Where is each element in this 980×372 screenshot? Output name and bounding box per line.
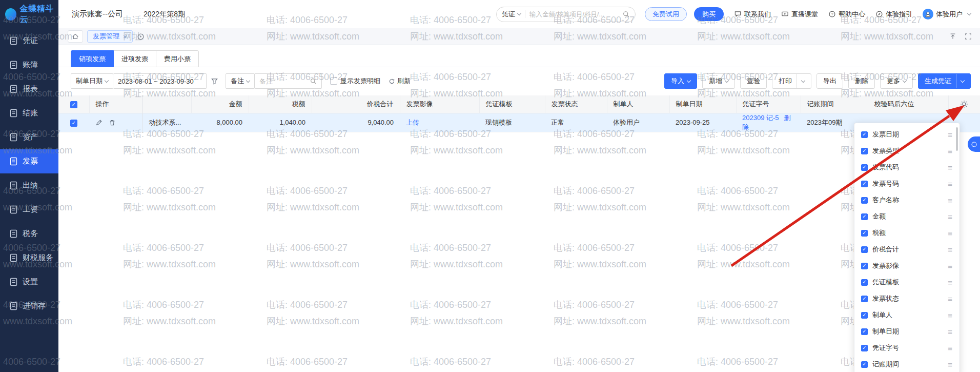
subtab-sales-invoice[interactable]: 销项发票 [71, 50, 114, 67]
print-button[interactable]: 打印 [772, 73, 811, 89]
free-trial-button[interactable]: 免费试用 [645, 7, 687, 21]
col-header-voucher[interactable]: 凭证字号 [736, 95, 801, 113]
sidebar-item[interactable]: 税务 [0, 222, 58, 246]
table-row[interactable]: 动技术系... 8,000.00 1,040.00 9,040.00 上传 现销… [58, 113, 980, 132]
import-button[interactable]: 导入 [664, 73, 697, 89]
global-search[interactable]: 凭证 [496, 7, 636, 22]
column-settings-item[interactable]: 发票代码 ≡ [854, 159, 959, 175]
verify-button[interactable]: 查验 [740, 73, 767, 89]
user-menu[interactable]: 体验用户 [923, 9, 971, 19]
contact-us-link[interactable]: 联系我们 [734, 10, 771, 19]
column-settings-item[interactable]: 制单日期 ≡ [854, 323, 959, 340]
note-search-box[interactable] [254, 73, 322, 89]
col-header-creator[interactable]: 制单人 [607, 95, 669, 113]
sidebar-item[interactable]: 资产 [0, 125, 58, 149]
upload-invoice-image-link[interactable]: 上传 [406, 119, 419, 126]
col-header-date[interactable]: 制单日期 [669, 95, 736, 113]
export-button[interactable]: 导出 [816, 73, 843, 89]
generate-voucher-button[interactable]: 生成凭证 [918, 73, 971, 89]
drag-handle-icon[interactable]: ≡ [948, 295, 952, 303]
column-settings-button[interactable] [949, 100, 980, 108]
col-header-tax[interactable]: 税额 [249, 95, 312, 113]
column-checkbox[interactable] [861, 181, 868, 187]
helper-fab-button[interactable] [968, 136, 980, 152]
subtab-purchase-invoice[interactable]: 进项发票 [113, 50, 156, 67]
drag-handle-icon[interactable]: ≡ [948, 212, 952, 221]
column-checkbox[interactable] [861, 197, 868, 204]
drag-handle-icon[interactable]: ≡ [948, 344, 952, 353]
col-header-image[interactable]: 发票影像 [400, 95, 479, 113]
column-settings-item[interactable]: 发票日期 ≡ [854, 126, 959, 143]
collapse-up-icon[interactable] [949, 33, 956, 40]
close-icon[interactable]: × [123, 33, 127, 40]
column-settings-item[interactable]: 价税合计 ≡ [854, 241, 959, 258]
column-checkbox[interactable] [861, 263, 868, 269]
sidebar-item[interactable]: 凭证 [0, 29, 58, 53]
chevron-down-icon[interactable] [961, 78, 965, 82]
drag-handle-icon[interactable]: ≡ [948, 262, 952, 270]
live-classroom-link[interactable]: 直播课堂 [781, 10, 818, 19]
refresh-button[interactable]: 刷新 [389, 76, 411, 86]
column-checkbox[interactable] [861, 246, 868, 253]
col-header-amount[interactable]: 金额 [191, 95, 249, 113]
sidebar-item[interactable]: 进销存 [0, 294, 58, 318]
column-settings-item[interactable]: 发票状态 ≡ [854, 290, 959, 307]
column-settings-item[interactable]: 发票影像 ≡ [854, 258, 959, 274]
sidebar-item[interactable]: 报表 [0, 77, 58, 101]
column-checkbox[interactable] [861, 312, 868, 319]
column-checkbox[interactable] [861, 164, 868, 171]
drag-handle-icon[interactable]: ≡ [948, 196, 952, 205]
tab-invoice-management[interactable]: 发票管理 × [87, 30, 133, 43]
search-category-select[interactable]: 凭证 [502, 10, 521, 19]
column-settings-item[interactable]: 税额 ≡ [854, 225, 959, 241]
row-checkbox[interactable] [70, 120, 77, 127]
col-header-customer[interactable] [142, 95, 191, 113]
column-checkbox[interactable] [861, 361, 868, 368]
column-checkbox[interactable] [861, 345, 868, 351]
column-settings-item[interactable]: 发票号码 ≡ [854, 175, 959, 192]
sidebar-item[interactable]: 财税服务 [0, 246, 58, 270]
drag-handle-icon[interactable]: ≡ [948, 130, 952, 139]
tab-options-icon[interactable] [137, 33, 145, 41]
sidebar-item[interactable]: 出纳 [0, 173, 58, 198]
home-tab[interactable] [68, 30, 83, 43]
col-header-op[interactable]: 操作 [89, 95, 142, 113]
delete-icon[interactable] [109, 119, 116, 126]
col-header-period[interactable]: 记账期间 [801, 95, 868, 113]
column-settings-item[interactable]: 凭证字号 ≡ [854, 340, 959, 356]
show-detail-checkbox[interactable] [330, 77, 337, 85]
sidebar-item[interactable]: 设置 [0, 270, 58, 294]
account-set-name[interactable]: 演示账套--公司 [72, 9, 123, 19]
search-icon[interactable] [310, 78, 317, 85]
column-settings-item[interactable]: 客户名称 ≡ [854, 192, 959, 208]
column-settings-item[interactable]: 发票类型 ≡ [854, 143, 959, 159]
accounting-period[interactable]: 2022年第8期 [144, 10, 185, 19]
date-range-input[interactable]: 2023-08-01 ~ 2023-09-30 [113, 73, 207, 89]
date-field-select[interactable]: 制单日期 [71, 73, 113, 89]
panel-scrollbar[interactable] [956, 127, 958, 151]
col-header-total[interactable]: 价税合计 [312, 95, 400, 113]
column-settings-item[interactable]: 金额 ≡ [854, 208, 959, 225]
guide-link[interactable]: 体验指引 [875, 10, 912, 19]
drag-handle-icon[interactable]: ≡ [948, 360, 952, 369]
sidebar-item[interactable]: 工资 [0, 198, 58, 222]
filter-funnel-button[interactable] [211, 77, 218, 85]
column-settings-item[interactable]: 记账期间 ≡ [854, 356, 959, 372]
help-center-link[interactable]: ? 帮助中心 [828, 10, 865, 19]
drag-handle-icon[interactable]: ≡ [948, 327, 952, 336]
drag-handle-icon[interactable]: ≡ [948, 163, 952, 172]
more-button[interactable]: 更多 [880, 73, 913, 89]
col-header-template[interactable]: 凭证模板 [479, 95, 545, 113]
note-input[interactable] [259, 77, 305, 85]
search-input[interactable] [529, 11, 623, 18]
edit-icon[interactable] [95, 119, 103, 126]
column-checkbox[interactable] [861, 230, 868, 237]
column-checkbox[interactable] [861, 148, 868, 154]
sidebar-item[interactable]: 发票 [0, 149, 58, 173]
subtab-expense-receipt[interactable]: 费用小票 [156, 50, 199, 67]
sidebar-item[interactable]: 结账 [0, 101, 58, 125]
drag-handle-icon[interactable]: ≡ [948, 245, 952, 254]
column-checkbox[interactable] [861, 213, 868, 220]
drag-handle-icon[interactable]: ≡ [948, 147, 952, 155]
column-checkbox[interactable] [861, 131, 868, 138]
